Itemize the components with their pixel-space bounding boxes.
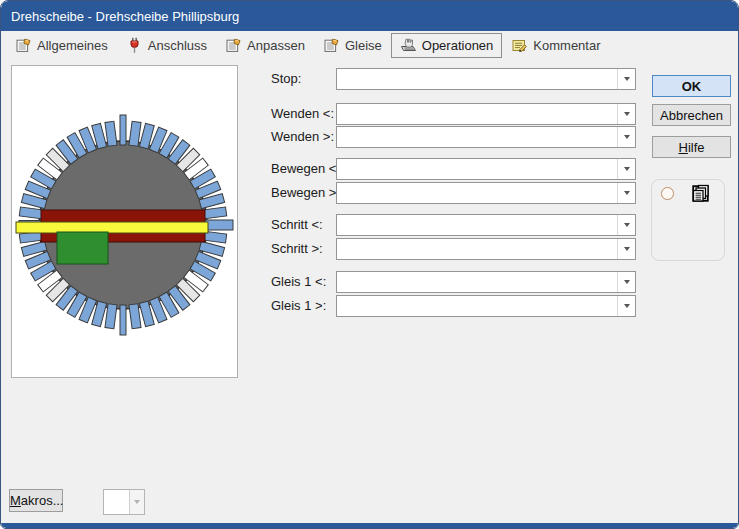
stop-combo-value[interactable] [337, 69, 617, 89]
operations-icon [400, 37, 417, 54]
schritt-left-label: Schritt <: [271, 214, 323, 236]
wenden-left-combo[interactable] [336, 103, 636, 125]
window-title: Drehscheibe - Drehscheibe Phillipsburg [11, 9, 239, 24]
macro-combo-dropdown-button[interactable] [129, 490, 144, 514]
turntable-preview [11, 65, 238, 378]
bewegen-left-combo[interactable] [336, 158, 636, 180]
view-mode-group [651, 179, 725, 261]
wenden-right-combo-value[interactable] [337, 127, 617, 147]
tab-label: Allgemeines [37, 38, 108, 53]
tab-anschluss[interactable]: Anschluss [117, 33, 216, 58]
gleis1-right-label: Gleis 1 >: [271, 295, 326, 317]
tab-anpassen[interactable]: Anpassen [216, 33, 314, 58]
properties-icon [225, 37, 242, 54]
chevron-down-icon [624, 191, 630, 195]
gleis1-left-dropdown-button[interactable] [617, 272, 635, 292]
tab-allgemeines[interactable]: Allgemeines [6, 33, 117, 58]
gleis1-left-label: Gleis 1 <: [271, 271, 326, 293]
turntable-house [57, 232, 108, 264]
bewegen-left-label: Bewegen <: [271, 158, 340, 180]
schritt-left-combo[interactable] [336, 214, 636, 236]
gleis1-right-combo-value[interactable] [337, 296, 617, 316]
window-bottom-edge [1, 523, 738, 528]
macro-combo-value[interactable] [104, 490, 129, 514]
gleis1-right-combo[interactable] [336, 295, 636, 317]
macro-combo[interactable] [103, 489, 145, 515]
wenden-right-dropdown-button[interactable] [617, 127, 635, 147]
stop-label: Stop: [271, 68, 301, 90]
bewegen-right-combo-value[interactable] [337, 183, 617, 203]
tab-label: Gleise [345, 38, 382, 53]
turntable-track-stub [120, 115, 126, 145]
bewegen-right-combo[interactable] [336, 182, 636, 204]
properties-icon [323, 37, 340, 54]
properties-icon [15, 37, 32, 54]
tab-gleise[interactable]: Gleise [314, 33, 391, 58]
title-bar[interactable]: Drehscheibe - Drehscheibe Phillipsburg [1, 1, 738, 31]
schritt-right-dropdown-button[interactable] [617, 239, 635, 259]
turntable-bridge [16, 222, 208, 233]
chevron-down-icon [624, 247, 630, 251]
bewegen-left-dropdown-button[interactable] [617, 159, 635, 179]
wenden-left-combo-value[interactable] [337, 104, 617, 124]
radio-multi-view[interactable] [661, 187, 674, 200]
tab-label: Anschluss [148, 38, 207, 53]
wenden-left-label: Wenden <: [271, 103, 334, 125]
tab-bar: AllgemeinesAnschlussAnpassenGleiseOperat… [6, 32, 610, 59]
bewegen-left-combo-value[interactable] [337, 159, 617, 179]
gleis1-left-combo[interactable] [336, 271, 636, 293]
schritt-right-label: Schritt >: [271, 238, 323, 260]
bewegen-right-dropdown-button[interactable] [617, 183, 635, 203]
turntable-drawing [12, 66, 237, 377]
wenden-right-combo[interactable] [336, 126, 636, 148]
stop-dropdown-button[interactable] [617, 69, 635, 89]
gleis1-left-combo-value[interactable] [337, 272, 617, 292]
tab-label: Kommentar [533, 38, 600, 53]
pages-icon [691, 184, 710, 203]
cancel-button[interactable]: Abbrechen [652, 104, 731, 126]
chevron-down-icon [624, 304, 630, 308]
tab-operationen[interactable]: Operationen [391, 33, 503, 58]
dialog-window: Drehscheibe - Drehscheibe Phillipsburg A… [0, 0, 739, 529]
wenden-right-label: Wenden >: [271, 126, 334, 148]
macros-button[interactable]: Makros... [9, 489, 63, 512]
tab-label: Anpassen [247, 38, 305, 53]
schritt-left-dropdown-button[interactable] [617, 215, 635, 235]
comment-icon [511, 37, 528, 54]
schritt-left-combo-value[interactable] [337, 215, 617, 235]
chevron-down-icon [624, 77, 630, 81]
schritt-right-combo[interactable] [336, 238, 636, 260]
chevron-down-icon [624, 112, 630, 116]
gleis1-right-dropdown-button[interactable] [617, 296, 635, 316]
plug-icon [126, 37, 143, 54]
chevron-down-icon [624, 280, 630, 284]
chevron-down-icon [624, 135, 630, 139]
wenden-left-dropdown-button[interactable] [617, 104, 635, 124]
chevron-down-icon [624, 167, 630, 171]
tab-label: Operationen [422, 38, 494, 53]
ok-button[interactable]: OK [652, 75, 731, 97]
chevron-down-icon [134, 500, 140, 504]
schritt-right-combo-value[interactable] [337, 239, 617, 259]
view-option-multi[interactable] [661, 180, 718, 206]
chevron-down-icon [624, 223, 630, 227]
turntable-track-stub [120, 305, 126, 335]
tab-kommentar[interactable]: Kommentar [502, 33, 609, 58]
stop-combo[interactable] [336, 68, 636, 90]
bewegen-right-label: Bewegen >: [271, 182, 340, 204]
help-button[interactable]: Hilfe [652, 136, 731, 158]
